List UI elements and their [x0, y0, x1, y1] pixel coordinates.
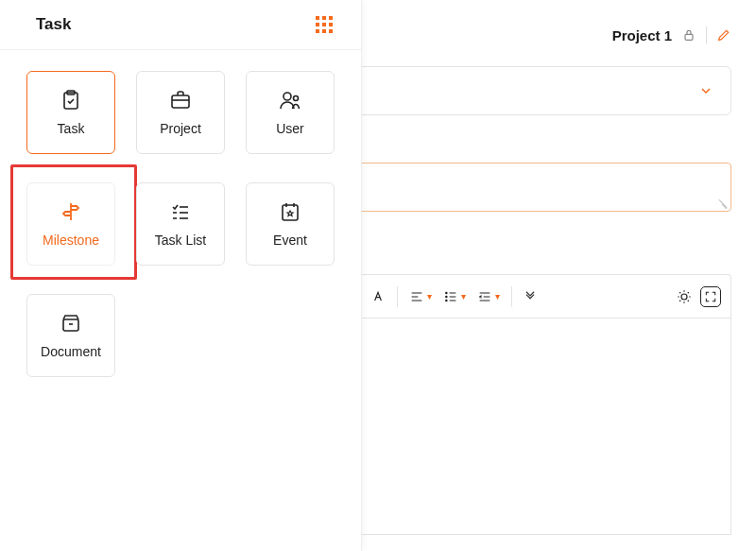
tile-project[interactable]: Project — [136, 71, 225, 154]
tile-label: Event — [273, 232, 307, 248]
textarea-field[interactable] — [356, 163, 731, 212]
tile-grid: Task Project — [0, 50, 361, 398]
main-header: Project 1 — [362, 19, 731, 66]
user-icon — [279, 89, 301, 112]
tile-task-list[interactable]: Task List — [136, 182, 225, 266]
tile-label: Milestone — [43, 232, 99, 248]
tile-label: Task — [58, 121, 85, 136]
tile-event[interactable]: Event — [246, 182, 335, 266]
svg-point-3 — [284, 93, 291, 100]
picker-header: Task — [0, 0, 361, 50]
tile-user[interactable]: User — [246, 71, 335, 154]
signpost-icon — [60, 200, 82, 223]
tile-document[interactable]: Document — [26, 294, 115, 377]
tile-milestone[interactable]: Milestone — [26, 182, 115, 266]
toolbar-more-button[interactable] — [520, 286, 541, 307]
lock-icon — [681, 27, 696, 43]
resize-handle-icon[interactable] — [717, 198, 729, 209]
svg-point-9 — [446, 296, 447, 297]
toolbar-list-button[interactable]: ▾ — [439, 285, 470, 308]
calendar-star-icon — [279, 200, 301, 223]
svg-point-4 — [294, 96, 299, 101]
tile-task[interactable]: Task — [26, 71, 115, 154]
tile-label: Document — [41, 344, 101, 359]
toolbar-outdent-button[interactable]: ▾ — [473, 285, 504, 308]
apps-grid-icon[interactable] — [316, 16, 333, 33]
checklist-icon — [169, 200, 192, 223]
svg-rect-2 — [172, 95, 189, 108]
chevron-down-icon — [698, 83, 713, 98]
svg-rect-5 — [283, 205, 298, 220]
chevron-down-icon: ▾ — [495, 291, 500, 301]
project-name: Project 1 — [612, 27, 672, 43]
clipboard-check-icon — [60, 89, 82, 112]
svg-point-10 — [446, 300, 447, 301]
tile-label: User — [276, 121, 304, 136]
item-type-picker: Task Task — [0, 0, 362, 551]
toolbar-separator — [511, 286, 512, 307]
svg-rect-7 — [685, 34, 693, 40]
box-icon — [60, 312, 82, 335]
chevron-down-icon: ▾ — [461, 291, 466, 301]
divider — [706, 26, 707, 43]
toolbar-separator — [397, 286, 398, 307]
main-content: Project 1 — [362, 0, 756, 551]
toolbar-text-color-button[interactable] — [367, 285, 389, 308]
picker-title: Task — [36, 15, 72, 34]
dropdown-field[interactable] — [356, 66, 731, 115]
chevron-down-icon: ▾ — [427, 291, 432, 301]
svg-point-11 — [681, 294, 687, 300]
tile-label: Task List — [155, 232, 206, 248]
briefcase-icon — [169, 89, 192, 112]
toolbar-fullscreen-button[interactable] — [700, 286, 721, 307]
editor-toolbar: ▾ ▾ ▾ — [356, 274, 731, 318]
svg-rect-6 — [63, 319, 78, 331]
edit-icon[interactable] — [716, 27, 731, 43]
editor-body[interactable] — [356, 318, 731, 535]
toolbar-align-button[interactable]: ▾ — [405, 285, 436, 308]
toolbar-theme-button[interactable] — [672, 284, 696, 309]
tile-label: Project — [160, 121, 201, 136]
svg-point-8 — [446, 292, 447, 293]
